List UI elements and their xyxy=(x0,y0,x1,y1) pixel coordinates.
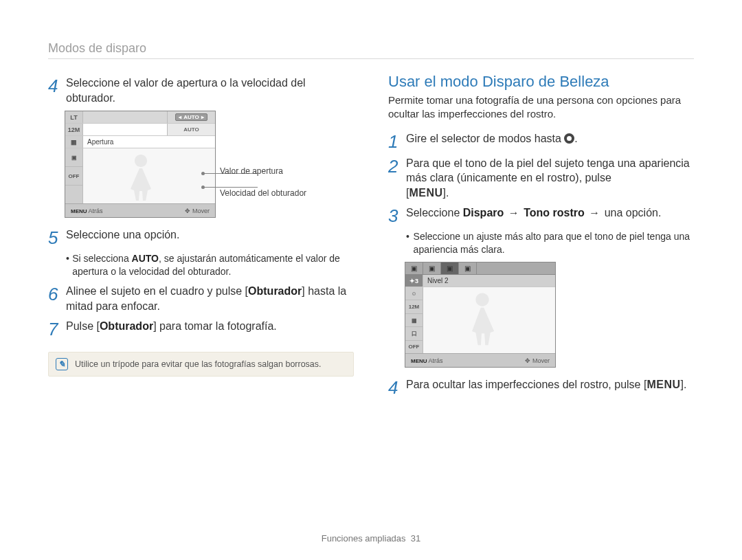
step-6-text: Alinee el sujeto en el cuadro y pulse [O… xyxy=(66,284,354,313)
step-number-2: 2 xyxy=(388,157,406,175)
lcd2-icon: ✦3 xyxy=(405,275,423,287)
lcd-label-aperture: Apertura xyxy=(83,136,215,148)
lcd-icon-lt: LT xyxy=(65,111,83,123)
camera-lcd-beauty: ▣ ▣ ▣ ▣ ✦3 Nivel 2 ☺ 12M ▦ 口 OFF xyxy=(405,262,556,368)
page-header: Modos de disparo xyxy=(48,41,694,59)
silhouette-icon xyxy=(120,151,161,202)
step-4b-text: Para ocultar las imperfecciones del rost… xyxy=(406,377,694,392)
lcd2-tab-active: ▣ xyxy=(441,262,459,274)
lcd2-footer-back: Atrás xyxy=(429,357,443,364)
step-5-bullet: • Si selecciona AUTO, se ajustarán autom… xyxy=(66,252,354,278)
callout-shutter-speed: Velocidad del obturador xyxy=(220,188,306,198)
section-subtitle: Permite tomar una fotografía de una pers… xyxy=(388,93,694,122)
lcd2-footer-move: Mover xyxy=(532,357,550,364)
step-1-text: Gire el selector de modos hasta . xyxy=(406,131,694,146)
lcd2-side-icon: OFF xyxy=(405,341,423,353)
lcd2-tab: ▣ xyxy=(405,262,423,274)
step-number-1: 1 xyxy=(388,133,406,150)
lcd2-side-icon: ▦ xyxy=(405,314,423,327)
lcd2-side-icon: 12M xyxy=(405,300,423,313)
lcd-side-icon: ▣ xyxy=(65,148,82,167)
step-number-4: 4 xyxy=(48,77,66,95)
step-number-7: 7 xyxy=(48,320,66,338)
lcd2-tab: ▣ xyxy=(423,262,441,274)
lcd2-side-icon: 口 xyxy=(405,327,423,340)
lcd-footer-menu-icon: MENU xyxy=(71,208,87,214)
lcd-footer-back: Atrás xyxy=(89,208,103,214)
lcd-chip-shutter: AUTO xyxy=(183,126,199,133)
step-4-text: Seleccione el valor de apertura o la vel… xyxy=(66,76,354,105)
lcd-footer-move: Mover xyxy=(192,208,210,214)
lcd-side-icon: OFF xyxy=(65,167,82,186)
step-3-bullet: • Seleccione un ajuste más alto para que… xyxy=(406,230,694,256)
callout-aperture-value: Valor de apertura xyxy=(220,166,306,176)
section-title: Usar el modo Disparo de Belleza xyxy=(388,73,694,91)
step-3-text: Seleccione Disparo → Tono rostro → una o… xyxy=(406,205,694,221)
page-footer: Funciones ampliadas 31 xyxy=(0,533,742,544)
step-7-text: Pulse [Obturador] para tomar la fotograf… xyxy=(66,319,354,334)
step-number-4b: 4 xyxy=(388,379,406,396)
lcd-icon-grid: ▦ xyxy=(65,136,83,148)
lcd-chip-aperture: ◂AUTO▸ xyxy=(175,113,207,121)
note-icon: ✎ xyxy=(56,358,68,370)
silhouette-icon xyxy=(460,290,504,352)
lcd2-tab: ▣ xyxy=(459,262,477,274)
lcd2-level-label: Nivel 2 xyxy=(423,275,555,287)
step-number-3: 3 xyxy=(388,207,406,225)
tip-note: ✎ Utilice un trípode para evitar que las… xyxy=(48,352,354,377)
step-5-text: Seleccione una opción. xyxy=(66,227,354,243)
lcd2-side-icon: ☺ xyxy=(405,287,423,300)
lcd-icon-12m: 12M xyxy=(65,124,83,135)
step-number-6: 6 xyxy=(48,285,66,303)
step-number-5: 5 xyxy=(48,229,66,247)
camera-lcd-aperture: LT ◂AUTO▸ 12M AUTO xyxy=(65,111,216,218)
lcd2-footer-menu-icon: MENU xyxy=(411,358,427,364)
beauty-mode-icon xyxy=(564,133,574,144)
step-2-text: Para que el tono de la piel del sujeto t… xyxy=(406,156,694,201)
